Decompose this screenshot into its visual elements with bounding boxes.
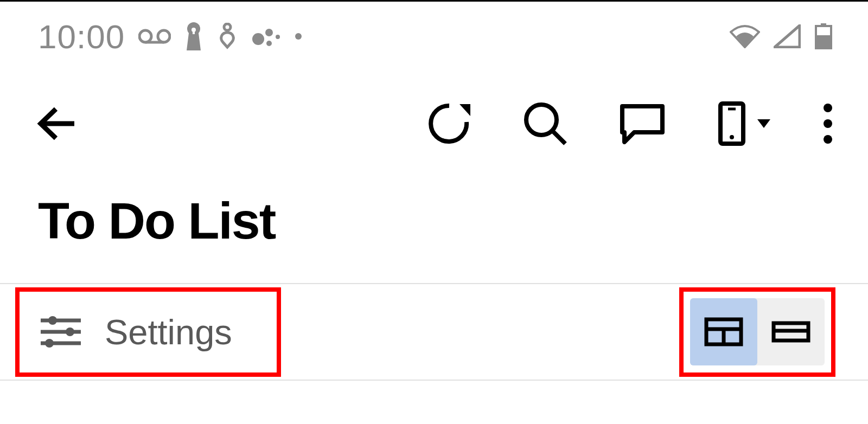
search-button[interactable] xyxy=(523,101,567,146)
status-bar-left: 10:00 xyxy=(38,17,302,56)
settings-label: Settings xyxy=(105,312,232,352)
wifi-icon xyxy=(730,24,760,48)
svg-point-8 xyxy=(265,29,273,36)
more-vertical-icon xyxy=(823,102,833,145)
refresh-button[interactable] xyxy=(427,101,471,146)
comment-icon xyxy=(619,103,666,144)
refresh-icon xyxy=(427,101,471,146)
view-toggle-highlight xyxy=(679,287,835,377)
dot-icon xyxy=(295,33,302,40)
svg-point-24 xyxy=(824,119,832,128)
device-icon xyxy=(717,101,746,146)
svg-line-18 xyxy=(553,131,565,144)
svg-marker-22 xyxy=(757,119,770,128)
svg-point-29 xyxy=(66,327,74,336)
assistant-icon xyxy=(252,25,281,48)
voicemail-icon xyxy=(138,28,171,44)
svg-point-25 xyxy=(824,135,832,144)
svg-point-17 xyxy=(526,105,557,135)
status-bar-right xyxy=(730,23,833,49)
svg-point-27 xyxy=(48,316,57,325)
svg-rect-5 xyxy=(193,30,195,34)
svg-marker-16 xyxy=(459,104,470,116)
svg-point-7 xyxy=(252,33,264,45)
search-icon xyxy=(523,101,567,146)
settings-button[interactable]: Settings xyxy=(39,312,232,352)
view-detailed-button[interactable] xyxy=(690,298,757,365)
lock-icon xyxy=(184,22,203,50)
view-toggle xyxy=(690,298,825,365)
view-compact-icon xyxy=(771,321,810,343)
svg-point-0 xyxy=(139,30,151,42)
chevron-down-icon xyxy=(756,118,771,129)
svg-point-23 xyxy=(824,104,832,112)
settings-button-highlight: Settings xyxy=(15,287,281,377)
controls-bar: Settings xyxy=(0,283,868,381)
toolbar-right xyxy=(427,101,833,146)
view-compact-button[interactable] xyxy=(757,298,825,365)
svg-point-11 xyxy=(295,33,302,40)
svg-point-1 xyxy=(158,30,170,42)
svg-point-10 xyxy=(276,35,280,39)
back-button[interactable] xyxy=(35,105,78,143)
view-detailed-icon xyxy=(704,317,743,346)
status-time: 10:00 xyxy=(38,17,125,56)
page-title: To Do List xyxy=(0,175,868,283)
comment-button[interactable] xyxy=(619,103,666,144)
health-icon xyxy=(216,23,238,50)
svg-point-6 xyxy=(224,24,231,30)
more-button[interactable] xyxy=(823,102,833,145)
device-dropdown-button[interactable] xyxy=(717,101,771,146)
cellular-icon xyxy=(774,24,801,48)
battery-icon xyxy=(814,23,833,49)
arrow-left-icon xyxy=(35,105,78,143)
svg-point-9 xyxy=(266,41,272,46)
svg-point-31 xyxy=(45,339,54,348)
svg-rect-14 xyxy=(817,35,830,48)
svg-point-20 xyxy=(730,135,734,139)
sliders-icon xyxy=(39,314,83,350)
toolbar-left xyxy=(35,105,78,143)
status-bar: 10:00 xyxy=(0,2,868,67)
app-toolbar xyxy=(0,67,868,175)
